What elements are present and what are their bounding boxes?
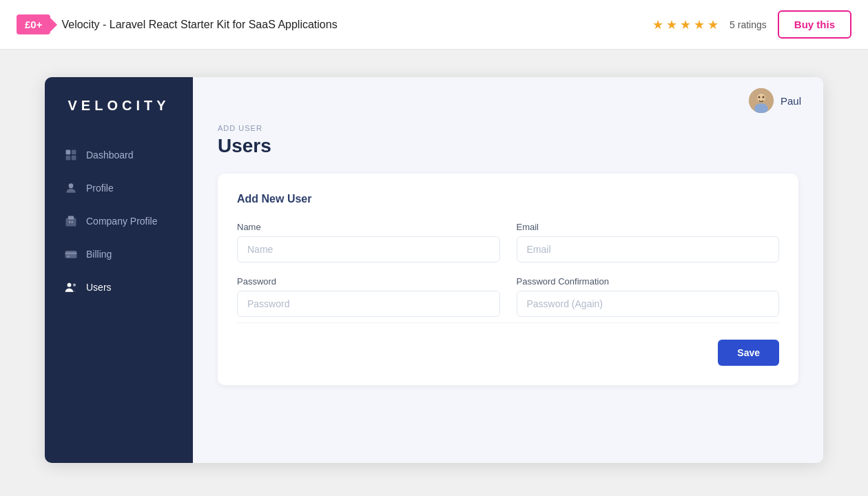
- avatar: [749, 88, 774, 113]
- topbar-right: ★ ★ ★ ★ ★ 5 ratings Buy this: [652, 10, 851, 39]
- users-icon: [64, 280, 78, 294]
- svg-rect-1: [72, 150, 76, 155]
- username: Paul: [781, 95, 801, 107]
- sidebar-item-company-label: Company Profile: [86, 216, 158, 227]
- main-wrapper: VELOCITY Dashboard Profile: [0, 50, 868, 496]
- buy-button[interactable]: Buy this: [778, 10, 851, 39]
- ratings-count: 5 ratings: [730, 19, 767, 30]
- password-confirm-label: Password Confirmation: [517, 276, 780, 287]
- email-group: Email: [517, 222, 780, 262]
- svg-point-12: [68, 283, 72, 287]
- breadcrumb: ADD USER: [218, 124, 798, 132]
- add-user-card: Add New User Name Email: [218, 174, 798, 385]
- svg-point-4: [69, 183, 74, 188]
- topbar-left: £0+ Velocity - Laravel React Starter Kit…: [17, 14, 338, 34]
- user-info: Paul: [749, 88, 801, 113]
- sidebar-item-billing[interactable]: Billing: [45, 238, 193, 271]
- topbar: £0+ Velocity - Laravel React Starter Kit…: [0, 0, 868, 50]
- password-group: Password: [237, 276, 500, 317]
- card-title: Add New User: [237, 193, 779, 205]
- star-2: ★: [666, 17, 677, 32]
- svg-rect-9: [65, 251, 77, 258]
- password-label: Password: [237, 276, 500, 287]
- svg-point-17: [758, 96, 760, 99]
- name-group: Name: [237, 222, 500, 262]
- svg-rect-8: [72, 221, 73, 223]
- star-5: ★: [707, 17, 719, 32]
- sidebar-item-company-profile[interactable]: Company Profile: [45, 205, 193, 238]
- panel-header: Paul: [193, 77, 823, 124]
- svg-point-18: [762, 96, 764, 99]
- svg-rect-11: [67, 256, 70, 258]
- sidebar-item-dashboard-label: Dashboard: [86, 149, 134, 161]
- svg-rect-7: [70, 221, 71, 223]
- company-icon: [64, 214, 78, 228]
- svg-rect-3: [72, 156, 76, 161]
- name-input[interactable]: [237, 236, 500, 262]
- billing-icon: [64, 247, 78, 261]
- name-label: Name: [237, 222, 500, 232]
- sidebar-item-dashboard[interactable]: Dashboard: [45, 138, 193, 172]
- svg-rect-6: [68, 216, 74, 220]
- main-panel: Paul ADD USER Users Add New User Name: [193, 77, 823, 463]
- email-label: Email: [517, 222, 780, 232]
- svg-rect-10: [65, 253, 77, 255]
- svg-rect-5: [66, 218, 76, 227]
- star-rating: ★ ★ ★ ★ ★: [652, 17, 719, 32]
- app-frame: VELOCITY Dashboard Profile: [45, 77, 823, 463]
- page-title: Users: [218, 135, 798, 157]
- svg-rect-2: [66, 156, 71, 161]
- product-title: Velocity - Laravel React Starter Kit for…: [61, 19, 337, 31]
- password-input[interactable]: [237, 291, 500, 317]
- avatar-image: [749, 88, 774, 113]
- dashboard-icon: [64, 148, 78, 162]
- profile-icon: [64, 181, 78, 195]
- page-content: ADD USER Users Add New User Name Email: [193, 124, 823, 463]
- price-badge[interactable]: £0+: [17, 14, 50, 34]
- form-grid: Name Email Password: [237, 222, 779, 317]
- password-confirm-input[interactable]: [517, 291, 780, 317]
- sidebar-item-users[interactable]: Users: [45, 271, 193, 304]
- card-footer: Save: [237, 322, 779, 366]
- sidebar-item-profile[interactable]: Profile: [45, 172, 193, 205]
- email-input[interactable]: [517, 236, 780, 262]
- sidebar: VELOCITY Dashboard Profile: [45, 77, 193, 463]
- star-4: ★: [694, 17, 705, 32]
- sidebar-item-billing-label: Billing: [86, 249, 112, 260]
- sidebar-item-users-label: Users: [86, 282, 112, 293]
- svg-point-15: [757, 94, 765, 102]
- price-label: £0+: [25, 19, 42, 30]
- sidebar-logo: VELOCITY: [45, 98, 193, 114]
- save-button[interactable]: Save: [718, 340, 779, 366]
- svg-point-13: [73, 284, 76, 287]
- star-1: ★: [652, 17, 663, 32]
- svg-rect-0: [66, 150, 71, 155]
- sidebar-item-profile-label: Profile: [86, 183, 114, 194]
- password-confirm-group: Password Confirmation: [517, 276, 780, 317]
- star-3: ★: [680, 17, 691, 32]
